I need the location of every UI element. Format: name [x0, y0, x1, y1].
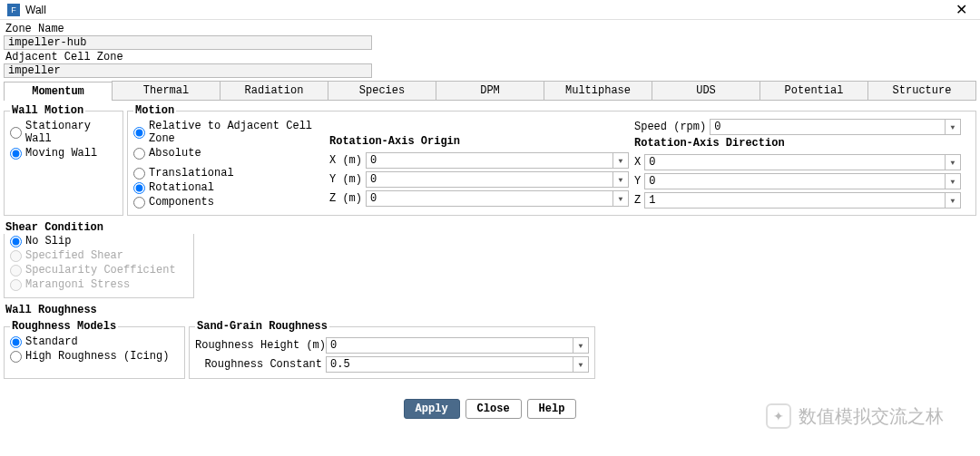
origin-y-input[interactable]: [366, 171, 612, 188]
radio-marangoni: Marangoni Stress: [10, 277, 188, 292]
radio-specified-shear: Specified Shear: [10, 248, 188, 263]
origin-x-input[interactable]: [366, 152, 612, 169]
dir-y-dropdown-icon[interactable]: ▼: [945, 173, 961, 189]
radio-high-roughness[interactable]: High Roughness (Icing): [10, 349, 179, 364]
apply-button[interactable]: Apply: [404, 399, 460, 419]
wall-roughness-title: Wall Roughness: [5, 304, 976, 316]
shear-title: Shear Condition: [5, 221, 976, 234]
tab-multiphase[interactable]: Multiphase: [544, 81, 652, 100]
wall-motion-group: Wall Motion Stationary Wall Moving Wall: [4, 104, 123, 216]
roughness-constant-dropdown-icon[interactable]: ▼: [573, 356, 589, 373]
tab-dpm[interactable]: DPM: [436, 81, 544, 100]
origin-title: Rotation-Axis Origin: [329, 135, 629, 148]
origin-y-dropdown-icon[interactable]: ▼: [612, 171, 629, 188]
marangoni-label: Marangoni Stress: [25, 278, 130, 291]
specularity-coeff-label: Specularity Coefficient: [25, 264, 176, 277]
roughness-constant-label: Roughness Constant: [195, 358, 322, 371]
dir-x-dropdown-icon[interactable]: ▼: [945, 154, 961, 170]
tab-uds[interactable]: UDS: [652, 81, 760, 100]
specified-shear-label: Specified Shear: [25, 249, 123, 262]
shear-condition-group: No Slip Specified Shear Specularity Coef…: [4, 234, 194, 298]
dir-z-label: Z: [634, 194, 641, 207]
dir-z-input[interactable]: [644, 192, 945, 209]
radio-no-slip[interactable]: No Slip: [10, 234, 188, 248]
roughness-models-title: Roughness Models: [10, 320, 118, 333]
tab-bar: Momentum Thermal Radiation Species DPM M…: [4, 81, 976, 101]
rotational-label: Rotational: [149, 181, 214, 194]
stationary-wall-label: Stationary Wall: [25, 120, 117, 145]
high-roughness-label: High Roughness (Icing): [25, 350, 169, 363]
radio-standard[interactable]: Standard: [10, 335, 179, 349]
rotation-axis-origin: Rotation-Axis Origin X (m) ▼ Y (m) ▼: [329, 119, 629, 209]
adj-zone-label: Adjacent Cell Zone: [4, 50, 976, 63]
dir-x-input[interactable]: [644, 154, 945, 170]
radio-translational[interactable]: Translational: [133, 166, 324, 180]
origin-z-dropdown-icon[interactable]: ▼: [612, 190, 629, 207]
origin-z-label: Z (m): [329, 192, 362, 205]
dir-y-label: Y: [634, 175, 641, 188]
components-label: Components: [149, 196, 214, 209]
rotation-axis-direction: Speed (rpm) ▼ Rotation-Axis Direction X …: [634, 119, 961, 209]
app-icon: F: [7, 4, 20, 16]
moving-wall-label: Moving Wall: [25, 147, 97, 160]
relative-label: Relative to Adjacent Cell Zone: [149, 120, 324, 145]
tab-species[interactable]: Species: [328, 81, 436, 100]
roughness-constant-input[interactable]: [326, 356, 573, 373]
motion-radios: Relative to Adjacent Cell Zone Absolute …: [133, 119, 324, 209]
radio-specularity-coeff: Specularity Coefficient: [10, 263, 188, 277]
tab-thermal[interactable]: Thermal: [112, 81, 220, 100]
zone-name-label: Zone Name: [4, 22, 976, 35]
tab-potential[interactable]: Potential: [760, 81, 868, 100]
motion-title: Motion: [133, 104, 176, 117]
radio-rotational[interactable]: Rotational: [133, 180, 324, 195]
dir-y-input[interactable]: [644, 173, 945, 189]
roughness-models-group: Roughness Models Standard High Roughness…: [4, 320, 185, 379]
origin-x-dropdown-icon[interactable]: ▼: [612, 152, 629, 169]
speed-dropdown-icon[interactable]: ▼: [945, 119, 961, 135]
absolute-label: Absolute: [149, 147, 201, 160]
origin-x-label: X (m): [329, 154, 362, 167]
speed-input[interactable]: [710, 119, 945, 135]
tab-momentum[interactable]: Momentum: [4, 82, 113, 101]
sand-grain-group: Sand-Grain Roughness Roughness Height (m…: [189, 320, 595, 379]
sand-grain-title: Sand-Grain Roughness: [195, 320, 329, 333]
radio-relative[interactable]: Relative to Adjacent Cell Zone: [133, 119, 324, 146]
help-button[interactable]: Help: [527, 399, 577, 419]
dialog-content: Zone Name Adjacent Cell Zone Momentum Th…: [0, 20, 980, 424]
dir-z-dropdown-icon[interactable]: ▼: [945, 192, 961, 209]
wall-motion-title: Wall Motion: [10, 104, 85, 117]
radio-stationary-wall[interactable]: Stationary Wall: [10, 119, 117, 146]
direction-title: Rotation-Axis Direction: [634, 137, 961, 150]
radio-absolute[interactable]: Absolute: [133, 146, 324, 160]
radio-moving-wall[interactable]: Moving Wall: [10, 146, 117, 160]
window-title: Wall: [25, 4, 46, 16]
adj-zone-input[interactable]: [4, 63, 372, 78]
roughness-height-dropdown-icon[interactable]: ▼: [573, 337, 589, 354]
button-bar: Apply Close Help: [4, 399, 976, 419]
roughness-height-label: Roughness Height (m): [195, 339, 322, 352]
tab-structure[interactable]: Structure: [867, 81, 976, 100]
origin-z-input[interactable]: [366, 190, 612, 207]
no-slip-label: No Slip: [25, 235, 71, 247]
close-button[interactable]: Close: [466, 399, 522, 419]
roughness-height-input[interactable]: [326, 337, 573, 354]
zone-name-input[interactable]: [4, 35, 372, 50]
close-icon[interactable]: ✕: [950, 1, 973, 18]
translational-label: Translational: [149, 167, 234, 179]
titlebar: F Wall ✕: [0, 0, 980, 20]
motion-group: Motion Relative to Adjacent Cell Zone Ab…: [127, 104, 976, 216]
radio-components[interactable]: Components: [133, 195, 324, 209]
dir-x-label: X: [634, 156, 641, 169]
standard-label: Standard: [25, 335, 78, 348]
speed-label: Speed (rpm): [634, 121, 706, 133]
tab-radiation[interactable]: Radiation: [220, 81, 328, 100]
origin-y-label: Y (m): [329, 173, 362, 186]
